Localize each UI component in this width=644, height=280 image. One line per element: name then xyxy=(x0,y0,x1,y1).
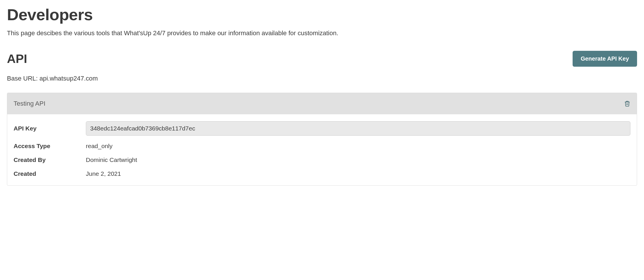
base-url: Base URL: api.whatsup247.com xyxy=(7,75,637,82)
access-type-value: read_only xyxy=(86,143,112,150)
card-title: Testing API xyxy=(14,100,45,107)
api-key-row: API Key xyxy=(14,121,630,136)
created-by-label: Created By xyxy=(14,156,86,163)
access-type-label: Access Type xyxy=(14,143,86,150)
card-header: Testing API xyxy=(7,93,637,114)
card-body: API Key Access Type read_only Created By… xyxy=(7,114,637,185)
base-url-label: Base URL: xyxy=(7,75,40,82)
api-key-input[interactable] xyxy=(86,121,630,136)
access-type-row: Access Type read_only xyxy=(14,143,630,150)
page-title: Developers xyxy=(7,6,637,24)
created-by-value: Dominic Cartwright xyxy=(86,156,137,163)
created-value: June 2, 2021 xyxy=(86,170,121,177)
created-label: Created xyxy=(14,170,86,177)
api-heading: API xyxy=(7,52,27,66)
created-row: Created June 2, 2021 xyxy=(14,170,630,177)
page-description: This page descibes the various tools tha… xyxy=(7,29,637,38)
api-key-label: API Key xyxy=(14,125,86,132)
generate-api-key-button[interactable]: Generate API Key xyxy=(573,51,637,67)
api-section-row: API Generate API Key xyxy=(7,51,637,67)
api-key-card: Testing API API Key Access Type read_onl… xyxy=(7,93,637,186)
base-url-value: api.whatsup247.com xyxy=(40,75,98,82)
created-by-row: Created By Dominic Cartwright xyxy=(14,156,630,163)
trash-icon[interactable] xyxy=(624,100,630,107)
